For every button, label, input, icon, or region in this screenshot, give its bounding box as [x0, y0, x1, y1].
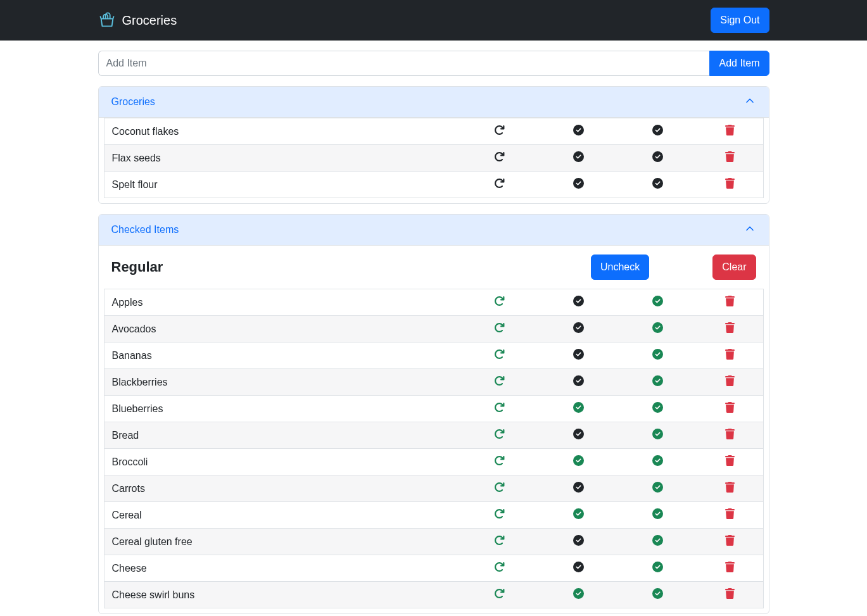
check-icon[interactable] — [573, 508, 584, 519]
check-icon[interactable] — [652, 375, 663, 386]
trash-icon[interactable] — [725, 482, 735, 493]
trash-icon[interactable] — [725, 535, 735, 546]
check-icon[interactable] — [573, 402, 584, 413]
brand[interactable]: Groceries — [98, 11, 177, 29]
item-name: Flax seeds — [104, 145, 460, 172]
redo-icon[interactable] — [494, 508, 505, 519]
table-row: Bananas — [104, 343, 763, 369]
table-row: Cheese — [104, 555, 763, 582]
redo-icon[interactable] — [494, 402, 505, 413]
check-icon[interactable] — [652, 455, 663, 466]
item-name: Blackberries — [104, 369, 460, 396]
table-row: Blackberries — [104, 369, 763, 396]
trash-icon[interactable] — [725, 508, 735, 519]
check-icon[interactable] — [573, 349, 584, 360]
check-icon[interactable] — [652, 429, 663, 439]
check-icon[interactable] — [652, 508, 663, 519]
trash-icon[interactable] — [725, 322, 735, 333]
navbar: Groceries Sign Out — [0, 0, 867, 41]
brand-title: Groceries — [122, 13, 177, 28]
trash-icon[interactable] — [725, 588, 735, 599]
redo-icon[interactable] — [494, 375, 505, 386]
checked-header-title: Checked Items — [111, 224, 179, 236]
groceries-header[interactable]: Groceries — [99, 87, 769, 118]
check-icon[interactable] — [652, 482, 663, 493]
check-icon[interactable] — [652, 125, 663, 135]
checked-card: Checked Items Regular Uncheck Clear Appl… — [98, 214, 769, 614]
check-icon[interactable] — [573, 296, 584, 306]
check-icon[interactable] — [573, 535, 584, 546]
groceries-table: Coconut flakesFlax seedsSpelt flour — [104, 118, 764, 198]
check-icon[interactable] — [573, 588, 584, 599]
item-name: Cereal — [104, 502, 460, 529]
check-icon[interactable] — [573, 322, 584, 333]
signout-button[interactable]: Sign Out — [711, 8, 769, 33]
check-icon[interactable] — [652, 151, 663, 162]
table-row: Coconut flakes — [104, 118, 763, 145]
redo-icon[interactable] — [494, 429, 505, 439]
chevron-up-icon — [744, 94, 756, 110]
item-name: Cheese swirl buns — [104, 582, 460, 608]
trash-icon[interactable] — [725, 375, 735, 386]
check-icon[interactable] — [573, 482, 584, 493]
item-name: Bread — [104, 422, 460, 449]
check-icon[interactable] — [652, 296, 663, 306]
table-row: Carrots — [104, 475, 763, 502]
trash-icon[interactable] — [725, 562, 735, 572]
basket-icon — [98, 11, 116, 29]
trash-icon[interactable] — [725, 455, 735, 466]
item-name: Apples — [104, 289, 460, 316]
trash-icon[interactable] — [725, 125, 735, 135]
table-row: Cereal gluten free — [104, 529, 763, 555]
trash-icon[interactable] — [725, 402, 735, 413]
redo-icon[interactable] — [494, 588, 505, 599]
check-icon[interactable] — [652, 349, 663, 360]
item-name: Cheese — [104, 555, 460, 582]
regular-title: Regular — [111, 259, 163, 275]
trash-icon[interactable] — [725, 178, 735, 189]
table-row: Cheese swirl buns — [104, 582, 763, 608]
check-icon[interactable] — [652, 178, 663, 189]
table-row: Apples — [104, 289, 763, 316]
redo-icon[interactable] — [494, 349, 505, 360]
check-icon[interactable] — [573, 455, 584, 466]
table-row: Spelt flour — [104, 172, 763, 198]
check-icon[interactable] — [573, 562, 584, 572]
trash-icon[interactable] — [725, 349, 735, 360]
check-icon[interactable] — [573, 429, 584, 439]
check-icon[interactable] — [652, 562, 663, 572]
item-name: Bananas — [104, 343, 460, 369]
redo-icon[interactable] — [494, 482, 505, 493]
trash-icon[interactable] — [725, 296, 735, 306]
table-row: Flax seeds — [104, 145, 763, 172]
groceries-card: Groceries Coconut flakesFlax seedsSpelt … — [98, 86, 769, 204]
table-row: Cereal — [104, 502, 763, 529]
check-icon[interactable] — [573, 125, 584, 135]
uncheck-button[interactable]: Uncheck — [591, 255, 649, 280]
redo-icon[interactable] — [494, 535, 505, 546]
redo-icon[interactable] — [494, 455, 505, 466]
redo-icon[interactable] — [494, 296, 505, 306]
redo-icon[interactable] — [494, 562, 505, 572]
trash-icon[interactable] — [725, 151, 735, 162]
check-icon[interactable] — [573, 178, 584, 189]
item-name: Carrots — [104, 475, 460, 502]
redo-icon[interactable] — [494, 151, 505, 162]
redo-icon[interactable] — [494, 322, 505, 333]
redo-icon[interactable] — [494, 178, 505, 189]
item-name: Broccoli — [104, 449, 460, 475]
check-icon[interactable] — [652, 535, 663, 546]
chevron-up-icon — [744, 222, 756, 237]
add-item-form: Add Item — [98, 51, 769, 76]
check-icon[interactable] — [652, 402, 663, 413]
check-icon[interactable] — [652, 322, 663, 333]
checked-header[interactable]: Checked Items — [99, 215, 769, 246]
check-icon[interactable] — [573, 151, 584, 162]
add-item-input[interactable] — [98, 51, 710, 76]
add-item-button[interactable]: Add Item — [709, 51, 769, 76]
clear-button[interactable]: Clear — [712, 255, 756, 280]
redo-icon[interactable] — [494, 125, 505, 135]
check-icon[interactable] — [652, 588, 663, 599]
trash-icon[interactable] — [725, 429, 735, 439]
check-icon[interactable] — [573, 375, 584, 386]
